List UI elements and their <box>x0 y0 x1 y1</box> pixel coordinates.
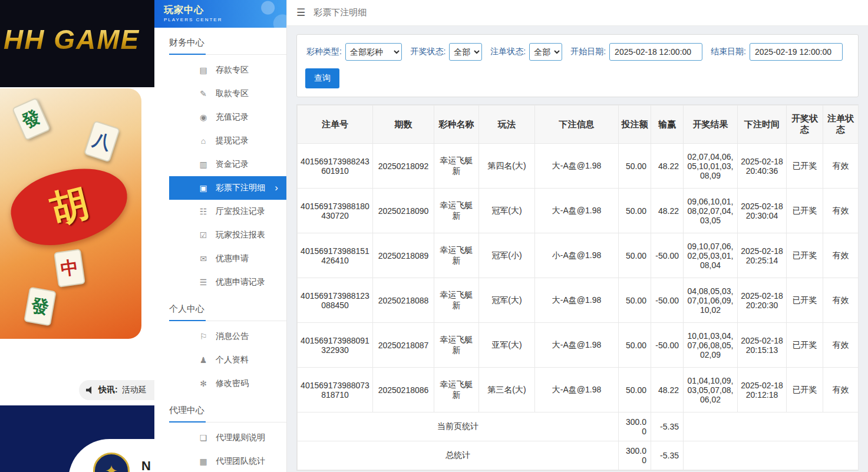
promo-apply-icon: ✉ <box>199 254 208 263</box>
sidebar-item[interactable]: ✉优惠申请 <box>169 247 286 270</box>
promo-record-icon: ☰ <box>199 278 208 287</box>
table-cell: 第三名(大) <box>479 368 535 412</box>
table-row: 40156917398809132293020250218087幸运飞艇新亚军(… <box>298 323 859 368</box>
promo-ribbon: 胡 <box>4 158 135 255</box>
lottery-type-label: 彩种类型: <box>306 47 342 57</box>
bell-icon: ⚐ <box>199 332 208 341</box>
start-date-label: 开始日期: <box>570 47 606 57</box>
table-cell: 第四名(大) <box>479 144 535 189</box>
table-cell: 已开奖 <box>787 233 823 278</box>
table-cell: 2025-02-18 20:20:30 <box>738 278 787 323</box>
table-cell: 401569173988123088450 <box>298 278 373 323</box>
user-icon: ♟ <box>199 355 208 365</box>
news-ticker[interactable]: 快讯: 活动延 <box>79 380 154 400</box>
bet-table: 注单号 期数 彩种名称 玩法 下注信息 投注额 输赢 开奖结果 下注时间 开奖状… <box>297 105 859 470</box>
table-cell: 有效 <box>823 278 859 323</box>
start-date-input[interactable] <box>609 43 702 61</box>
sidebar-item[interactable]: ▥资金记录 <box>169 153 286 176</box>
table-cell: 2025-02-18 20:25:14 <box>738 233 787 278</box>
table-cell: 20250218092 <box>373 144 434 189</box>
content: 彩种类型: 全部彩种 开奖状态: 全部 注单状态: 全部 开始日期: 结束日期:… <box>287 26 868 472</box>
table-cell: 401569173988243601910 <box>298 144 373 189</box>
sidebar-item-label: 优惠申请记录 <box>216 277 265 288</box>
sidebar-item[interactable]: ☑玩家投注报表 <box>169 223 286 247</box>
ticker-label: 快讯: <box>98 385 118 395</box>
bet-table-panel: 注单号 期数 彩种名称 玩法 下注信息 投注额 输赢 开奖结果 下注时间 开奖状… <box>296 104 859 471</box>
table-cell: 幸运飞艇新 <box>434 233 479 278</box>
ticker-text: 活动延 <box>122 385 147 395</box>
sidebar-item-label: 消息公告 <box>216 331 249 342</box>
filter-panel: 彩种类型: 全部彩种 开奖状态: 全部 注单状态: 全部 开始日期: 结束日期:… <box>296 34 859 97</box>
table-cell: 2025-02-18 20:12:18 <box>738 368 787 412</box>
bet-status-label: 注单状态: <box>490 47 526 57</box>
sidebar-item[interactable]: ☰优惠申请记录 <box>169 270 286 294</box>
sidebar-section-title: 个人中心 <box>169 303 286 321</box>
sidebar-section-title: 代理中心 <box>169 405 286 423</box>
sidebar-item-label: 提现记录 <box>216 136 249 146</box>
table-cell: 2025-02-18 20:30:04 <box>738 189 787 233</box>
table-cell: 50.00 <box>619 368 651 412</box>
table-cell: 20250218088 <box>373 278 434 323</box>
table-cell: 幸运飞艇新 <box>434 278 479 323</box>
table-cell: 02,07,04,06,05,10,01,03,08,09 <box>684 144 738 189</box>
sidebar-subtitle: PLAYERS CENTER <box>164 17 286 22</box>
sidebar-menu: 财务中心▤存款专区✎取款专区◉充值记录⌂提现记录▥资金记录▣彩票下注明细›☷厅室… <box>154 37 286 472</box>
sidebar-item[interactable]: ❏代理规则说明 <box>169 426 286 450</box>
col-header: 注单状态 <box>823 105 859 144</box>
table-cell: -50.00 <box>651 233 684 278</box>
table-cell: 10,01,03,04,07,06,08,05,02,09 <box>684 323 738 368</box>
table-rows: 40156917398824360191020250218092幸运飞艇新第四名… <box>298 144 859 412</box>
sidebar-item[interactable]: ✎取款专区 <box>169 82 286 105</box>
draw-status-select[interactable]: 全部 <box>449 43 482 61</box>
bet-status-select[interactable]: 全部 <box>529 43 562 61</box>
tile-char: 中 <box>59 255 80 282</box>
mahjong-tile: 發 <box>24 286 57 326</box>
mahjong-tile: 八 <box>84 120 120 162</box>
table-cell: 20250218087 <box>373 323 434 368</box>
table-cell: 50.00 <box>619 189 651 233</box>
table-row: 40156917398818043072020250218090幸运飞艇新冠军(… <box>298 189 859 233</box>
table-cell: 大-A盘@1.98 <box>535 323 619 368</box>
col-header: 注单号 <box>298 105 373 144</box>
sidebar-item-label: 玩家投注报表 <box>216 230 265 240</box>
sidebar-item[interactable]: ▤存款专区 <box>169 58 286 82</box>
col-header: 开奖结果 <box>684 105 738 144</box>
sidebar-item-label: 充值记录 <box>216 112 249 123</box>
mahjong-tile: 發 <box>12 97 51 141</box>
col-header: 开奖状态 <box>787 105 823 144</box>
sidebar-item[interactable]: ⚐消息公告 <box>169 325 286 348</box>
sidebar-item[interactable]: ▦代理团队统计 <box>169 450 286 472</box>
sidebar-item[interactable]: ◉充值记录 <box>169 105 286 129</box>
table-cell: 20250218089 <box>373 233 434 278</box>
table-row: 40156917398807381871020250218086幸运飞艇新第三名… <box>298 368 859 412</box>
promo-banner: 發 八 胡 中 發 <box>0 88 141 339</box>
tile-char: 發 <box>18 104 44 134</box>
hall-bet-record-icon: ☷ <box>199 207 208 216</box>
sidebar-title: 玩家中心 <box>164 4 286 16</box>
table-cell: 401569173988073818710 <box>298 368 373 412</box>
lottery-type-select[interactable]: 全部彩种 <box>345 43 402 61</box>
menu-toggle-icon[interactable]: ☰ <box>296 6 305 19</box>
sidebar-item[interactable]: ▣彩票下注明细› <box>169 176 286 200</box>
sidebar-item[interactable]: ☷厅室投注记录 <box>169 200 286 223</box>
end-date-input[interactable] <box>750 43 843 61</box>
sidebar-item[interactable]: ⌂提现记录 <box>169 129 286 153</box>
sidebar-item[interactable]: ♟个人资料 <box>169 348 286 372</box>
page-title: 彩票下注明细 <box>313 7 367 18</box>
emblem-glyph: ✦ <box>105 462 118 472</box>
sidebar-item[interactable]: ✻修改密码 <box>169 372 286 395</box>
table-cell: 大-A盘@1.98 <box>535 189 619 233</box>
footer-badge-letter: N <box>141 458 151 472</box>
page-summary-winloss: -5.35 <box>651 412 684 441</box>
search-button[interactable]: 查询 <box>305 68 339 88</box>
table-cell: 已开奖 <box>787 189 823 233</box>
table-cell: 冠军(小) <box>479 233 535 278</box>
table-cell: 50.00 <box>619 278 651 323</box>
funds-record-icon: ▥ <box>199 160 208 169</box>
sidebar-item-label: 存款专区 <box>216 65 249 75</box>
sidebar-item-label: 代理团队统计 <box>216 456 265 467</box>
table-cell: 09,06,10,01,08,02,07,04,03,05 <box>684 189 738 233</box>
table-cell: 20250218086 <box>373 368 434 412</box>
table-cell: 401569173988180430720 <box>298 189 373 233</box>
table-cell: 48.22 <box>651 144 684 189</box>
